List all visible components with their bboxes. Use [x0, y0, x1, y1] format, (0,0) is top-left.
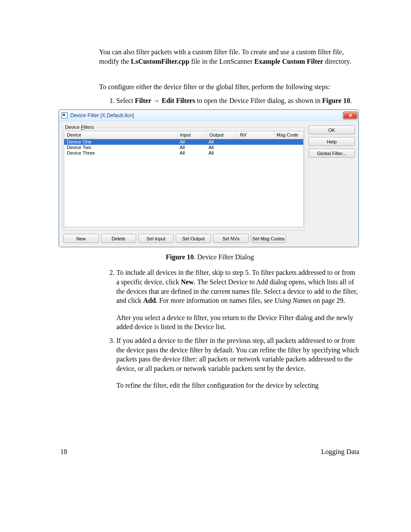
cell-device: Device One — [64, 139, 177, 145]
titlebar[interactable]: Device Filter [X.Default.ilon] ✕ — [59, 110, 358, 121]
list-row[interactable]: Device Three All All — [64, 150, 303, 156]
menu-filter: Filter — [135, 97, 151, 104]
step-3: If you added a device to the filter in t… — [116, 336, 359, 390]
figure-text: . Device Filter Dialog — [194, 253, 254, 261]
col-input[interactable]: Input — [177, 131, 207, 139]
cell-input: All — [177, 150, 206, 156]
device-filters-group: Device Filters Device Input Output NV Ms… — [62, 124, 305, 230]
menu-edit-filters: Edit Filters — [162, 97, 195, 104]
folder-name: Example Custom Filter — [254, 58, 323, 65]
new-button[interactable]: New — [63, 234, 99, 243]
cell-output: All — [206, 150, 236, 156]
intro-para-2: To configure either the device filter or… — [99, 82, 359, 92]
help-button[interactable]: Help — [308, 137, 355, 146]
text: To configure either the device filter or… — [99, 82, 359, 92]
device-listview[interactable]: Device Input Output NV Msg Code Device O… — [64, 131, 304, 227]
cell-nv — [236, 150, 272, 156]
close-icon[interactable]: ✕ — [343, 112, 358, 119]
col-msgcode[interactable]: Msg Code — [274, 131, 303, 139]
sel-nvs-button[interactable]: Sel NVs — [213, 234, 249, 243]
sel-msgcodes-button[interactable]: Sel Msg Codes — [251, 234, 286, 243]
device-filter-dialog: Device Filter [X.Default.ilon] ✕ Device … — [59, 109, 359, 247]
app-icon — [62, 112, 68, 118]
delete-button[interactable]: Delete — [101, 234, 136, 243]
cell-input: All — [177, 145, 206, 150]
steps-list: Select Filter → Edit Filters to open the… — [99, 96, 359, 106]
text: If you added a device to the filter in t… — [116, 337, 359, 372]
text: directory. — [323, 58, 351, 65]
text: file in the LonScanner — [190, 58, 255, 65]
filename: LsCustomFilter.cpp — [131, 58, 190, 65]
list-row[interactable]: Device One All All — [64, 139, 303, 145]
page-number: 18 — [60, 448, 67, 456]
cell-output: All — [206, 145, 236, 150]
cell-msg — [272, 150, 303, 156]
listview-header[interactable]: Device Input Output NV Msg Code — [64, 131, 303, 139]
figure-label: Figure 10 — [166, 253, 194, 261]
cell-output: All — [206, 139, 236, 145]
cell-device: Device Three — [64, 150, 177, 156]
sel-output-button[interactable]: Sel Output — [176, 234, 211, 243]
intro-para-1: You can also filter packets with a custo… — [99, 47, 359, 66]
page-footer: 18 Logging Data — [0, 436, 411, 456]
text: After you select a device to filter, you… — [116, 313, 359, 332]
cell-msg — [272, 145, 303, 150]
new-label: New — [181, 278, 194, 286]
figure-ref: Figure 10 — [322, 97, 350, 104]
ok-button[interactable]: OK — [308, 125, 355, 134]
col-nv[interactable]: NV — [237, 131, 274, 139]
text: . — [350, 97, 352, 104]
steps-list-cont: To include all devices in the filter, sk… — [99, 268, 359, 390]
text: on page 29. — [311, 297, 345, 304]
arrow: → — [151, 97, 162, 104]
col-output[interactable]: Output — [207, 131, 237, 139]
cell-nv — [236, 145, 272, 150]
cell-nv — [236, 139, 272, 145]
col-device[interactable]: Device — [64, 131, 177, 139]
text: to open the Device Filter dialog, as sho… — [195, 97, 322, 104]
cell-input: All — [177, 139, 206, 145]
text: . For more information on names files, s… — [156, 297, 275, 304]
step-1: Select Filter → Edit Filters to open the… — [116, 96, 359, 106]
list-row[interactable]: Device Two All All — [64, 145, 303, 150]
cell-msg — [272, 139, 303, 145]
window-title: Device Filter [X.Default.ilon] — [70, 112, 343, 118]
step-2: To include all devices in the filter, sk… — [116, 268, 359, 332]
text: To refine the filter, edit the filter co… — [116, 381, 359, 390]
figure-caption: Figure 10. Device Filter Dialog — [60, 253, 359, 261]
section-title: Logging Data — [321, 448, 359, 456]
add-label: Add — [143, 297, 156, 304]
text: Select — [116, 97, 135, 104]
sel-input-button[interactable]: Sel Input — [138, 234, 174, 243]
using-names-ref: Using Names — [274, 297, 311, 304]
cell-device: Device Two — [64, 145, 177, 150]
group-label: Device Filters — [64, 124, 95, 130]
global-filter-button[interactable]: Global Filter... — [308, 149, 355, 158]
